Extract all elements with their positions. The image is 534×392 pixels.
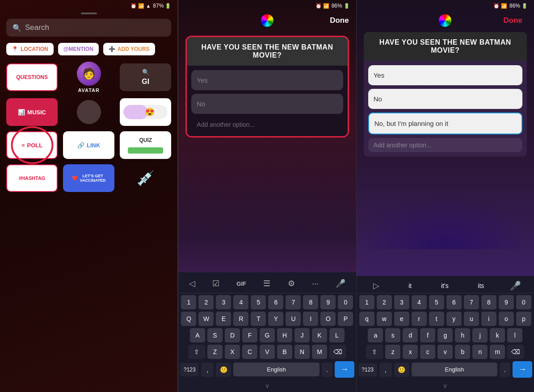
kb-key-8-3[interactable]: 8 (481, 295, 496, 309)
kb-space-2[interactable]: English (233, 363, 319, 376)
kb-key-3-2[interactable]: 3 (216, 295, 231, 309)
sticker-item-hashtag[interactable]: #HASHTAG (6, 164, 58, 192)
kb-p-2[interactable]: P (338, 312, 353, 326)
kb-y-3[interactable]: y (446, 312, 462, 326)
kb-w-2[interactable]: W (198, 312, 214, 326)
kb-key-0-2[interactable]: 0 (338, 295, 353, 309)
kb-back-icon-2[interactable]: ◁ (185, 279, 199, 288)
kb-e-3[interactable]: e (394, 312, 409, 326)
search-bar[interactable]: 🔍 (6, 19, 171, 37)
kb-e-2[interactable]: E (216, 312, 231, 326)
kb-d-2[interactable]: D (225, 328, 240, 342)
kb-n-3[interactable]: n (472, 345, 488, 359)
kb-key-6-3[interactable]: 6 (446, 295, 462, 309)
poll-option-planning-3[interactable]: No, but I'm planning on it (368, 113, 522, 134)
kb-shift-3[interactable]: ⇧ (366, 345, 383, 359)
kb-enter-3[interactable]: → (513, 361, 532, 378)
kb-h-2[interactable]: H (277, 328, 292, 342)
kb-suggestion-its-3[interactable]: its (474, 281, 488, 290)
kb-key-4-2[interactable]: 4 (233, 295, 248, 309)
color-wheel-3[interactable] (439, 14, 451, 27)
kb-c-3[interactable]: c (420, 345, 435, 359)
kb-suggestion-its-apostrophe-3[interactable]: it's (437, 281, 452, 290)
kb-key-7-2[interactable]: 7 (286, 295, 301, 309)
kb-k-2[interactable]: K (312, 328, 327, 342)
done-button-2[interactable]: Done (330, 16, 349, 25)
sticker-item-circle[interactable] (63, 98, 114, 126)
kb-g-2[interactable]: G (260, 328, 275, 342)
kb-q-3[interactable]: q (359, 312, 374, 326)
kb-bottom-chevron-2[interactable]: ∨ (265, 382, 269, 389)
kb-key-5-2[interactable]: 5 (251, 295, 266, 309)
kb-v-3[interactable]: v (437, 345, 453, 359)
kb-mic-icon-2[interactable]: 🎤 (332, 277, 349, 290)
kb-key-9-3[interactable]: 9 (499, 295, 514, 309)
kb-space-3[interactable]: English (412, 363, 497, 376)
sticker-item-avatar[interactable]: 🧑 AVATAR (63, 62, 114, 93)
kb-z-2[interactable]: Z (207, 345, 223, 359)
kb-settings-icon-2[interactable]: ⚙ (284, 277, 299, 290)
kb-r-2[interactable]: R (233, 312, 248, 326)
kb-g-3[interactable]: g (437, 328, 453, 342)
kb-gif-icon-2[interactable]: GIF (233, 279, 250, 289)
kb-t-3[interactable]: t (429, 312, 444, 326)
sticker-location[interactable]: 📍 LOCATION (6, 43, 54, 55)
kb-h-3[interactable]: h (455, 328, 470, 342)
kb-bottom-chevron-3[interactable]: ∨ (443, 382, 447, 389)
kb-b-2[interactable]: B (277, 345, 292, 359)
kb-period-2[interactable]: . (322, 363, 332, 377)
poll-add-option-2[interactable]: Add another option... (191, 117, 343, 132)
poll-option-yes-3[interactable]: Yes (368, 65, 522, 85)
kb-key-0-3[interactable]: 0 (516, 295, 531, 309)
kb-d-3[interactable]: d (403, 328, 418, 342)
kb-v-2[interactable]: V (260, 345, 275, 359)
kb-key-4-3[interactable]: 4 (412, 295, 427, 309)
poll-option-no-2[interactable]: No (191, 94, 343, 114)
sticker-item-questions[interactable]: QUESTIONS (6, 62, 58, 93)
sticker-mention[interactable]: @MENTION (58, 43, 99, 55)
sticker-item-gif[interactable]: 🔍 GI (120, 62, 171, 93)
kb-enter-2[interactable]: → (335, 361, 354, 378)
kb-z-3[interactable]: z (385, 345, 400, 359)
kb-checkbox-icon-2[interactable]: ☑ (209, 277, 223, 290)
kb-c-2[interactable]: C (242, 345, 257, 359)
kb-comma-2[interactable]: , (201, 363, 214, 377)
kb-backspace-3[interactable]: ⌫ (507, 345, 524, 359)
sticker-addyours[interactable]: ➕ ADD YOURS (103, 43, 155, 55)
kb-j-3[interactable]: j (472, 328, 488, 342)
kb-s-3[interactable]: s (385, 328, 400, 342)
kb-sym-2[interactable]: ?123 (180, 363, 199, 376)
kb-a-2[interactable]: A (190, 328, 205, 342)
kb-b-3[interactable]: b (455, 345, 470, 359)
kb-o-3[interactable]: o (499, 312, 514, 326)
kb-shift-2[interactable]: ⇧ (188, 345, 205, 359)
color-wheel-2[interactable] (261, 14, 273, 27)
kb-s-2[interactable]: S (207, 328, 223, 342)
kb-backspace-2[interactable]: ⌫ (329, 345, 346, 359)
kb-l-2[interactable]: L (329, 328, 345, 342)
kb-j-2[interactable]: J (294, 328, 310, 342)
kb-o-2[interactable]: O (320, 312, 336, 326)
kb-key-9-2[interactable]: 9 (320, 295, 336, 309)
kb-key-5-3[interactable]: 5 (429, 295, 444, 309)
kb-comma-3[interactable]: , (379, 363, 392, 377)
kb-key-3-3[interactable]: 3 (394, 295, 409, 309)
kb-key-7-3[interactable]: 7 (464, 295, 479, 309)
kb-n-2[interactable]: N (294, 345, 310, 359)
kb-suggestion-it-3[interactable]: it (405, 281, 415, 290)
sticker-item-link[interactable]: 🔗 LINK (63, 131, 114, 159)
kb-a-3[interactable]: a (368, 328, 383, 342)
kb-k-3[interactable]: k (490, 328, 505, 342)
kb-m-3[interactable]: m (490, 345, 505, 359)
kb-l-3[interactable]: l (507, 328, 522, 342)
kb-period-3[interactable]: . (500, 363, 510, 377)
kb-key-2-3[interactable]: 2 (377, 295, 392, 309)
kb-emoji-3[interactable]: 🙂 (394, 363, 409, 377)
kb-forward-icon-3[interactable]: ▷ (370, 281, 383, 291)
kb-u-3[interactable]: u (464, 312, 479, 326)
sticker-item-music[interactable]: 📊 MUSIC (6, 98, 58, 126)
kb-key-1-2[interactable]: 1 (181, 295, 196, 309)
sticker-item-emoji-slider[interactable]: 😍 (120, 98, 171, 126)
done-button-3[interactable]: Done (499, 15, 527, 26)
kb-i-3[interactable]: i (481, 312, 496, 326)
